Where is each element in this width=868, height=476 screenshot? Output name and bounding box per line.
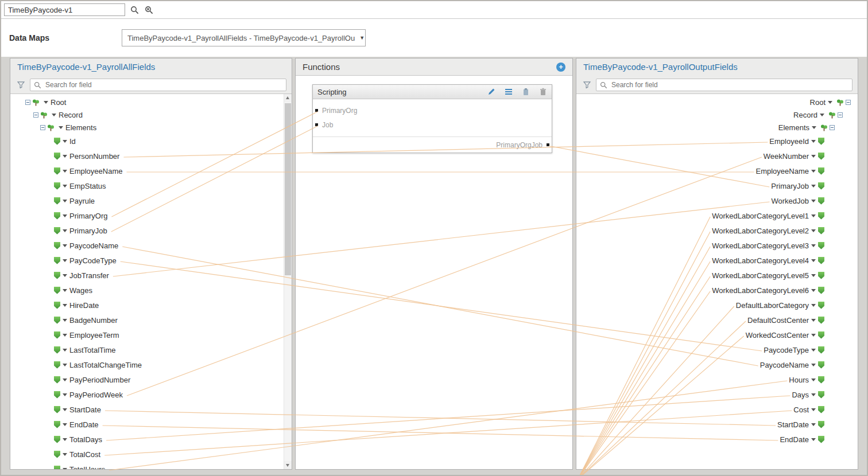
chevron-down-icon[interactable] bbox=[811, 393, 816, 396]
right-field-Cost[interactable]: Cost bbox=[576, 402, 858, 417]
source-node-elements[interactable]: Elements bbox=[10, 121, 292, 134]
chevron-down-icon[interactable] bbox=[811, 244, 816, 247]
right-field-WorkedLaborCategoryLevel2[interactable]: WorkedLaborCategoryLevel2 bbox=[576, 223, 858, 238]
left-field-BadgeNumber[interactable]: BadgeNumber bbox=[10, 313, 292, 327]
left-field-Id[interactable]: Id bbox=[10, 134, 292, 149]
add-function-icon[interactable]: + bbox=[556, 63, 565, 72]
left-field-PaycodeName[interactable]: PaycodeName bbox=[10, 238, 292, 253]
chevron-down-icon[interactable] bbox=[63, 259, 67, 262]
chevron-down-icon[interactable] bbox=[63, 423, 67, 426]
search-icon[interactable] bbox=[129, 5, 140, 15]
right-field-PaycodeType[interactable]: PaycodeType bbox=[576, 342, 858, 357]
delete-icon[interactable] bbox=[538, 88, 547, 96]
minus-icon[interactable] bbox=[830, 125, 835, 130]
function-input-1[interactable]: Job bbox=[313, 118, 552, 132]
chevron-down-icon[interactable] bbox=[811, 408, 816, 411]
chevron-down-icon[interactable] bbox=[811, 200, 816, 202]
chevron-down-icon[interactable] bbox=[63, 319, 67, 322]
right-field-WeekNumber[interactable]: WeekNumber bbox=[576, 149, 858, 163]
right-field-EmployeeName[interactable]: EmployeeName bbox=[576, 163, 858, 178]
left-field-EndDate[interactable]: EndDate bbox=[10, 417, 292, 432]
left-field-TotalHours[interactable]: TotalHours bbox=[10, 462, 292, 469]
left-field-PersonNumber[interactable]: PersonNumber bbox=[10, 149, 292, 163]
destination-node-record[interactable]: Record bbox=[576, 108, 858, 121]
right-field-StartDate[interactable]: StartDate bbox=[576, 417, 858, 432]
chevron-down-icon[interactable] bbox=[811, 170, 816, 173]
right-field-Days[interactable]: Days bbox=[576, 387, 858, 402]
left-field-LastTotalChangeTime[interactable]: LastTotalChangeTime bbox=[10, 357, 292, 372]
minus-icon[interactable] bbox=[33, 112, 38, 118]
chevron-down-icon[interactable] bbox=[63, 408, 67, 411]
right-field-WorkedLaborCategoryLevel6[interactable]: WorkedLaborCategoryLevel6 bbox=[576, 283, 858, 298]
chevron-down-icon[interactable] bbox=[811, 334, 816, 337]
chevron-down-icon[interactable] bbox=[63, 453, 67, 456]
list-icon[interactable] bbox=[504, 88, 513, 96]
chevron-down-icon[interactable] bbox=[811, 185, 816, 188]
chevron-down-icon[interactable] bbox=[63, 364, 67, 366]
chevron-down-icon[interactable] bbox=[812, 126, 816, 129]
left-field-HireDate[interactable]: HireDate bbox=[10, 298, 292, 313]
chevron-down-icon[interactable] bbox=[63, 438, 67, 441]
input-anchor[interactable] bbox=[315, 123, 318, 126]
right-field-WorkedLaborCategoryLevel4[interactable]: WorkedLaborCategoryLevel4 bbox=[576, 253, 858, 268]
chevron-down-icon[interactable] bbox=[811, 319, 816, 322]
scripting-function-box[interactable]: Scripting bbox=[312, 84, 552, 153]
chevron-down-icon[interactable] bbox=[63, 304, 67, 307]
output-anchor[interactable] bbox=[547, 143, 549, 146]
minus-icon[interactable] bbox=[846, 100, 851, 105]
right-field-WorkedCostCenter[interactable]: WorkedCostCenter bbox=[576, 327, 858, 342]
chevron-down-icon[interactable] bbox=[811, 155, 816, 158]
source-node-root[interactable]: Root bbox=[10, 96, 292, 108]
chevron-down-icon[interactable] bbox=[63, 379, 67, 381]
edit-icon[interactable] bbox=[487, 88, 495, 96]
minus-icon[interactable] bbox=[25, 100, 30, 105]
right-field-WorkedLaborCategoryLevel5[interactable]: WorkedLaborCategoryLevel5 bbox=[576, 268, 858, 283]
chevron-down-icon[interactable] bbox=[63, 289, 67, 292]
chevron-down-icon[interactable] bbox=[63, 170, 67, 173]
chevron-down-icon[interactable] bbox=[63, 185, 67, 188]
function-input-0[interactable]: PrimaryOrg bbox=[313, 103, 552, 118]
right-field-WorkedJob[interactable]: WorkedJob bbox=[576, 193, 858, 208]
chevron-down-icon[interactable] bbox=[811, 364, 816, 366]
left-field-Payrule[interactable]: Payrule bbox=[10, 193, 292, 208]
left-field-EmpStatus[interactable]: EmpStatus bbox=[10, 178, 292, 193]
chevron-down-icon[interactable] bbox=[811, 289, 816, 292]
left-field-TotalDays[interactable]: TotalDays bbox=[10, 432, 292, 447]
right-field-EndDate[interactable]: EndDate bbox=[576, 432, 858, 447]
left-field-PayPeriodNumber[interactable]: PayPeriodNumber bbox=[10, 372, 292, 387]
left-field-JobTransfer[interactable]: JobTransfer bbox=[10, 268, 292, 283]
chevron-down-icon[interactable] bbox=[811, 379, 816, 381]
chevron-down-icon[interactable] bbox=[63, 214, 67, 217]
right-field-DefaultLaborCategory[interactable]: DefaultLaborCategory bbox=[576, 298, 858, 313]
chevron-down-icon[interactable] bbox=[59, 126, 63, 129]
chevron-down-icon[interactable] bbox=[63, 349, 67, 352]
chevron-down-icon[interactable] bbox=[811, 274, 816, 277]
minus-icon[interactable] bbox=[838, 112, 843, 118]
chevron-down-icon[interactable] bbox=[63, 274, 67, 277]
left-field-PrimaryJob[interactable]: PrimaryJob bbox=[10, 223, 292, 238]
left-field-TotalCost[interactable]: TotalCost bbox=[10, 447, 292, 462]
chevron-down-icon[interactable] bbox=[63, 229, 67, 232]
filter-icon[interactable] bbox=[582, 80, 592, 90]
left-field-PayCodeType[interactable]: PayCodeType bbox=[10, 253, 292, 268]
chevron-down-icon[interactable] bbox=[63, 244, 67, 247]
right-field-PaycodeName[interactable]: PaycodeName bbox=[576, 357, 858, 372]
left-field-Wages[interactable]: Wages bbox=[10, 283, 292, 298]
destination-node-elements[interactable]: Elements bbox=[576, 121, 858, 134]
left-field-EmployeeName[interactable]: EmployeeName bbox=[10, 163, 292, 178]
source-scrollbar[interactable] bbox=[284, 94, 292, 469]
chevron-down-icon[interactable] bbox=[44, 101, 48, 104]
right-field-EmployeeId[interactable]: EmployeeId bbox=[576, 134, 858, 149]
chevron-down-icon[interactable] bbox=[63, 334, 67, 337]
left-field-PayPeriodWeek[interactable]: PayPeriodWeek bbox=[10, 387, 292, 402]
left-field-StartDate[interactable]: StartDate bbox=[10, 402, 292, 417]
right-field-DefaultCostCenter[interactable]: DefaultCostCenter bbox=[576, 313, 858, 327]
right-field-Hours[interactable]: Hours bbox=[576, 372, 858, 387]
copy-icon[interactable] bbox=[521, 88, 530, 96]
filter-icon[interactable] bbox=[16, 80, 26, 90]
scrollbar-thumb[interactable] bbox=[285, 103, 291, 275]
source-search-input[interactable] bbox=[30, 79, 286, 91]
chevron-down-icon[interactable] bbox=[811, 214, 816, 217]
left-field-LastTotalTime[interactable]: LastTotalTime bbox=[10, 342, 292, 357]
input-anchor[interactable] bbox=[315, 109, 318, 112]
